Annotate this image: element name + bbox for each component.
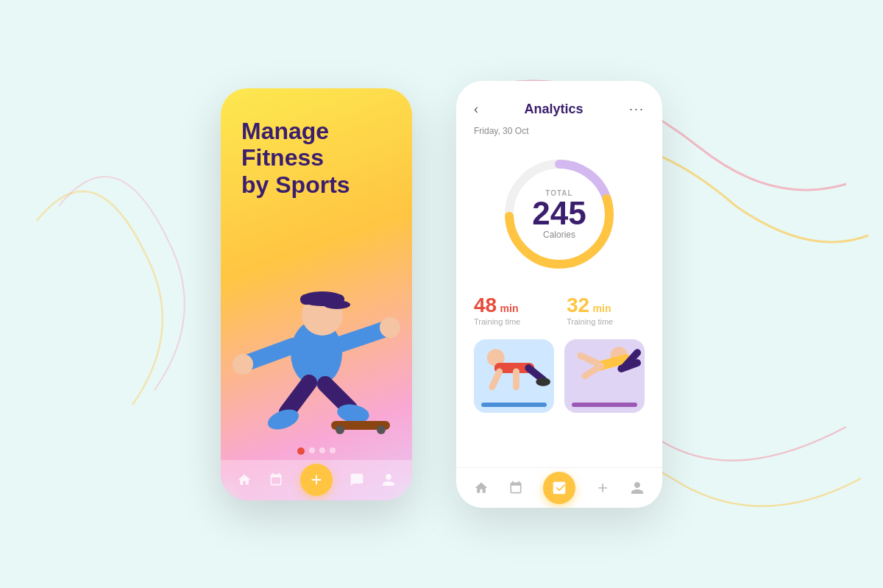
svg-point-15 — [377, 425, 386, 434]
activity-cards — [456, 333, 662, 419]
svg-point-6 — [233, 354, 253, 375]
calories-number: 245 — [532, 196, 586, 229]
activity-figure-2 — [564, 339, 645, 398]
skater-illustration — [221, 235, 412, 442]
dot-4 — [330, 447, 336, 453]
svg-point-24 — [536, 377, 550, 386]
stat-label-1: Training time — [474, 317, 552, 326]
ring-center: TOTAL 245 Calories — [532, 188, 586, 239]
dot-1 — [297, 447, 305, 455]
svg-line-22 — [492, 371, 500, 386]
right-phone: ‹ Analytics ··· Friday, 30 Oct TOTAL 245 — [456, 81, 662, 508]
home-nav-icon[interactable] — [236, 472, 252, 488]
calories-label: Calories — [532, 229, 586, 239]
svg-point-4 — [324, 300, 350, 309]
pagination-dots — [297, 447, 336, 455]
stat-item-2: 32 min Training time — [567, 295, 645, 326]
right-home-nav-icon[interactable] — [473, 480, 489, 496]
stat-label-2: Training time — [567, 317, 645, 326]
stat-value-1: 48 — [474, 294, 497, 316]
dot-3 — [319, 447, 325, 453]
stat-item-1: 48 min Training time — [474, 295, 552, 326]
skater-svg — [221, 250, 412, 442]
svg-line-30 — [581, 355, 597, 363]
chat-nav-icon[interactable] — [349, 472, 365, 488]
app-title: Manage Fitness by Sports — [241, 118, 391, 199]
card-bar-2 — [572, 403, 637, 407]
activity-card-1[interactable] — [474, 339, 554, 413]
analytics-active-button[interactable] — [543, 472, 575, 504]
calendar-nav-icon[interactable] — [268, 472, 284, 488]
right-profile-nav-icon[interactable] — [629, 480, 645, 496]
training-stats: 48 min Training time 32 min Training tim… — [456, 288, 662, 333]
activity-card-2[interactable] — [564, 339, 645, 413]
svg-point-14 — [336, 425, 344, 434]
card-bar-1 — [481, 403, 547, 407]
activity-figure-1 — [474, 339, 554, 398]
svg-line-9 — [287, 383, 309, 412]
more-button[interactable]: ··· — [629, 102, 645, 117]
right-phone-header: ‹ Analytics ··· — [456, 81, 662, 126]
back-button[interactable]: ‹ — [474, 102, 478, 117]
stat-unit-1: min — [500, 302, 519, 314]
profile-nav-icon[interactable] — [380, 472, 397, 488]
right-add-nav-icon[interactable] — [595, 480, 611, 496]
svg-line-29 — [585, 366, 601, 376]
calorie-ring: TOTAL 245 Calories — [500, 155, 618, 273]
add-button[interactable] — [300, 464, 333, 496]
dot-2 — [309, 447, 315, 453]
phones-container: Manage Fitness by Sports — [221, 81, 662, 508]
analytics-title: Analytics — [524, 102, 583, 117]
date-text: Friday, 30 Oct — [456, 126, 662, 148]
right-bottom-nav — [456, 467, 662, 508]
svg-point-8 — [380, 317, 400, 338]
calorie-ring-section: TOTAL 245 Calories — [456, 148, 662, 288]
right-calendar-nav-icon[interactable] — [508, 480, 524, 496]
stat-value-2: 32 — [567, 294, 589, 316]
stat-unit-2: min — [593, 302, 611, 314]
left-bottom-nav — [221, 460, 412, 500]
left-phone: Manage Fitness by Sports — [221, 88, 412, 500]
